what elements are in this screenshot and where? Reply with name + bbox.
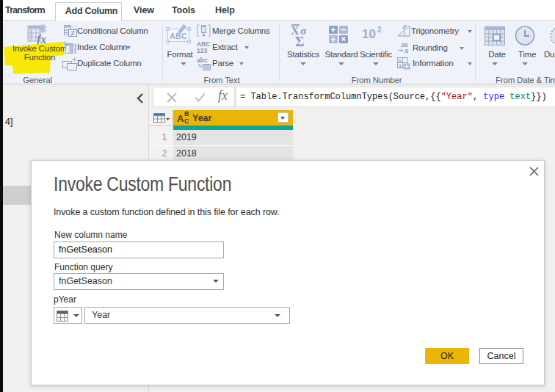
svg-text:10: 10: [362, 27, 376, 41]
svg-text:.0: .0: [404, 48, 408, 54]
svg-text:3: 3: [74, 51, 76, 54]
svg-text:Σ: Σ: [295, 34, 304, 47]
svg-text:abc: abc: [197, 57, 208, 64]
svg-text:2: 2: [377, 26, 382, 34]
svg-text:123: 123: [197, 47, 207, 54]
